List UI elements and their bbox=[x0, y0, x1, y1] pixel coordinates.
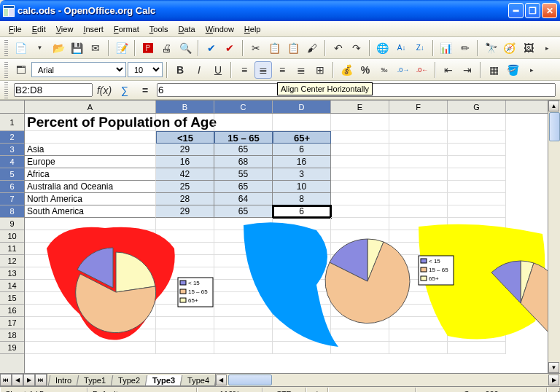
cell[interactable] bbox=[331, 230, 389, 243]
scroll-thumb[interactable] bbox=[228, 375, 272, 385]
row-header[interactable]: 13 bbox=[0, 267, 24, 280]
cell[interactable] bbox=[448, 280, 506, 292]
cell[interactable] bbox=[25, 305, 156, 317]
cell[interactable] bbox=[273, 317, 331, 329]
row-header[interactable]: 4 bbox=[0, 156, 24, 168]
cell[interactable] bbox=[331, 292, 389, 305]
cell[interactable] bbox=[273, 230, 331, 243]
toolbar-overflow-icon[interactable]: ▸ bbox=[538, 39, 556, 57]
spreadsheet-area[interactable]: ABCDEFG 12345678910111213141516171819 Pe… bbox=[0, 100, 560, 373]
cell[interactable]: 68 bbox=[214, 156, 273, 168]
export-pdf-button[interactable]: 🅿 bbox=[139, 39, 157, 57]
sum-button[interactable]: ∑ bbox=[116, 82, 133, 99]
cell[interactable]: 16 bbox=[273, 156, 331, 168]
menu-data[interactable]: Data bbox=[174, 23, 199, 35]
tab-prev-icon[interactable]: ◀ bbox=[12, 374, 23, 386]
cell[interactable] bbox=[25, 292, 156, 305]
show-draw-button[interactable]: ✏ bbox=[456, 39, 474, 57]
cell[interactable]: 15 – 65 bbox=[214, 131, 273, 144]
cell[interactable]: 65+ bbox=[273, 131, 331, 144]
cell[interactable] bbox=[331, 205, 389, 218]
cell[interactable] bbox=[448, 317, 506, 329]
cell[interactable] bbox=[273, 114, 331, 131]
scroll-down-icon[interactable]: ▼ bbox=[548, 362, 559, 373]
currency-button[interactable]: 💰 bbox=[338, 61, 355, 79]
cell[interactable] bbox=[273, 342, 331, 354]
cell[interactable] bbox=[331, 218, 389, 230]
cell[interactable]: 65 bbox=[214, 205, 273, 218]
cell[interactable] bbox=[389, 156, 448, 168]
row-header[interactable]: 9 bbox=[0, 218, 24, 230]
cell[interactable] bbox=[331, 156, 389, 168]
copy-button[interactable]: 📋 bbox=[266, 39, 284, 57]
italic-button[interactable]: I bbox=[190, 61, 208, 79]
cell[interactable] bbox=[331, 305, 389, 317]
status-blank[interactable] bbox=[328, 388, 416, 393]
bold-button[interactable]: B bbox=[171, 61, 189, 79]
styles-button[interactable]: 🗔 bbox=[12, 61, 30, 79]
resize-grip-icon[interactable]: ⋰ bbox=[547, 388, 560, 393]
cell[interactable] bbox=[389, 131, 448, 144]
print-button[interactable]: 🖨 bbox=[158, 39, 176, 57]
cell[interactable]: 65 bbox=[214, 181, 273, 193]
menu-format[interactable]: Format bbox=[109, 23, 144, 35]
cell[interactable] bbox=[25, 131, 156, 144]
cell[interactable]: 16 bbox=[156, 156, 214, 168]
cell[interactable] bbox=[389, 292, 448, 305]
cell[interactable] bbox=[25, 329, 156, 342]
cell[interactable] bbox=[273, 255, 331, 267]
cell[interactable] bbox=[389, 267, 448, 280]
scroll-left-icon[interactable]: ◀ bbox=[216, 375, 227, 385]
cell[interactable] bbox=[448, 131, 506, 144]
cell[interactable] bbox=[25, 342, 156, 354]
autospell-button[interactable]: ✔ bbox=[221, 39, 238, 57]
column-header[interactable]: E bbox=[331, 101, 389, 113]
cell[interactable] bbox=[448, 114, 506, 131]
status-sheet[interactable]: Sheet 4 / 5 bbox=[0, 388, 88, 393]
status-zoom[interactable]: 110% bbox=[197, 388, 262, 393]
cell[interactable] bbox=[273, 305, 331, 317]
cell[interactable]: 65 bbox=[214, 144, 273, 156]
row-header[interactable]: 7 bbox=[0, 193, 24, 205]
percent-button[interactable]: % bbox=[357, 61, 374, 79]
cell[interactable]: 3 bbox=[273, 168, 331, 181]
cell[interactable] bbox=[273, 280, 331, 292]
cell[interactable]: 29 bbox=[156, 144, 214, 156]
cell[interactable] bbox=[389, 205, 448, 218]
cell[interactable] bbox=[214, 218, 273, 230]
cell[interactable] bbox=[448, 230, 506, 243]
increase-indent-button[interactable]: ⇥ bbox=[459, 61, 476, 79]
cell[interactable] bbox=[156, 305, 214, 317]
cell[interactable] bbox=[156, 255, 214, 267]
add-decimal-button[interactable]: .0→ bbox=[394, 61, 412, 79]
cell[interactable]: 42 bbox=[156, 168, 214, 181]
cell[interactable] bbox=[156, 280, 214, 292]
email-button[interactable]: ✉ bbox=[88, 39, 105, 57]
row-header[interactable]: 16 bbox=[0, 305, 24, 317]
cell[interactable] bbox=[448, 205, 506, 218]
cell[interactable] bbox=[389, 305, 448, 317]
menu-edit[interactable]: Edit bbox=[28, 23, 50, 35]
hyperlink-button[interactable]: 🌐 bbox=[374, 39, 392, 57]
cell[interactable] bbox=[331, 280, 389, 292]
cell[interactable] bbox=[214, 267, 273, 280]
column-header[interactable]: C bbox=[214, 101, 273, 113]
horizontal-scrollbar[interactable]: ◀ ▶ bbox=[215, 374, 560, 386]
bg-color-button[interactable]: 🪣 bbox=[504, 61, 521, 79]
cell[interactable] bbox=[156, 267, 214, 280]
cell[interactable] bbox=[389, 342, 448, 354]
sheet-tab[interactable]: Type4 bbox=[180, 375, 217, 386]
cell[interactable] bbox=[25, 230, 156, 243]
row-header[interactable]: 6 bbox=[0, 181, 24, 193]
row-header[interactable]: 15 bbox=[0, 292, 24, 305]
row-header[interactable]: 18 bbox=[0, 329, 24, 342]
cell[interactable] bbox=[389, 144, 448, 156]
menu-view[interactable]: View bbox=[52, 23, 78, 35]
column-header[interactable]: G bbox=[448, 101, 506, 113]
sheet-tab[interactable]: Type1 bbox=[77, 375, 114, 386]
edit-doc-button[interactable]: 📝 bbox=[113, 39, 131, 57]
cell[interactable]: 28 bbox=[156, 193, 214, 205]
row-header[interactable]: 5 bbox=[0, 168, 24, 181]
tab-last-icon[interactable]: ⏭ bbox=[35, 374, 47, 386]
cell[interactable]: 6 bbox=[273, 144, 331, 156]
